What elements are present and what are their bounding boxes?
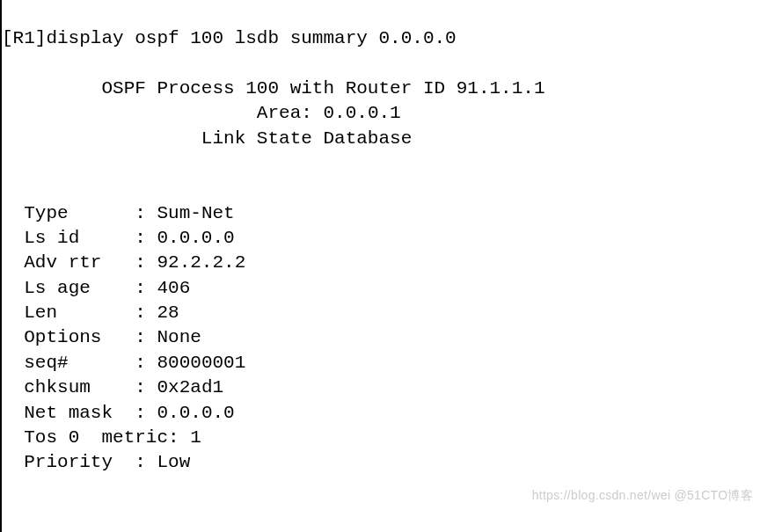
lsdb-text: Link State Database xyxy=(201,128,412,149)
field-options: Options : None xyxy=(2,327,201,347)
value-adv-rtr: 92.2.2.2 xyxy=(157,252,245,273)
value-net-mask: 0.0.0.0 xyxy=(157,403,234,423)
label-adv-rtr: Adv rtr xyxy=(24,252,101,273)
label-chksum: chksum xyxy=(24,377,91,397)
value-tos-metric: 1 xyxy=(190,427,201,448)
blank-line xyxy=(2,178,13,198)
label-priority: Priority xyxy=(24,452,113,472)
label-ls-age: Ls age xyxy=(24,278,91,298)
lsdb-line: Link State Database xyxy=(2,128,412,149)
area-line: Area: 0.0.0.1 xyxy=(2,103,401,123)
field-net-mask: Net mask : 0.0.0.0 xyxy=(2,403,235,423)
field-type: Type : Sum-Net xyxy=(2,203,235,223)
label-ls-id: Ls id xyxy=(24,228,79,248)
command-line: [R1]display ospf 100 lsdb summary 0.0.0.… xyxy=(2,28,457,48)
label-tos-metric: Tos 0 metric xyxy=(24,427,168,448)
ospf-process-text: OSPF Process 100 with Router ID 91.1.1.1 xyxy=(101,78,544,98)
value-options: None xyxy=(157,327,201,347)
field-tos-metric: Tos 0 metric: 1 xyxy=(2,427,201,448)
value-ls-id: 0.0.0.0 xyxy=(157,228,234,248)
field-ls-id: Ls id : 0.0.0.0 xyxy=(2,228,235,248)
value-type: Sum-Net xyxy=(157,203,234,223)
field-len: Len : 28 xyxy=(2,302,179,323)
area-text: Area: 0.0.0.1 xyxy=(257,103,401,123)
field-chksum: chksum : 0x2ad1 xyxy=(2,377,223,397)
field-adv-rtr: Adv rtr : 92.2.2.2 xyxy=(2,252,245,273)
blank-line xyxy=(2,153,13,173)
ospf-process-line: OSPF Process 100 with Router ID 91.1.1.1 xyxy=(2,78,545,98)
label-type: Type xyxy=(24,203,68,223)
value-ls-age: 406 xyxy=(157,278,190,298)
value-priority: Low xyxy=(157,452,190,472)
field-seq: seq# : 80000001 xyxy=(2,353,245,373)
field-ls-age: Ls age : 406 xyxy=(2,278,190,298)
label-seq: seq# xyxy=(24,353,68,373)
label-len: Len xyxy=(24,302,57,323)
field-priority: Priority : Low xyxy=(2,452,190,472)
label-net-mask: Net mask xyxy=(24,403,113,423)
terminal-output: [R1]display ospf 100 lsdb summary 0.0.0.… xyxy=(0,0,760,532)
watermark-text: https://blog.csdn.net/wei @51CTO博客 xyxy=(532,487,753,504)
value-len: 28 xyxy=(157,302,179,323)
label-options: Options xyxy=(24,327,101,347)
value-chksum: 0x2ad1 xyxy=(157,377,223,397)
blank-line xyxy=(2,54,13,74)
value-seq: 80000001 xyxy=(157,353,245,373)
